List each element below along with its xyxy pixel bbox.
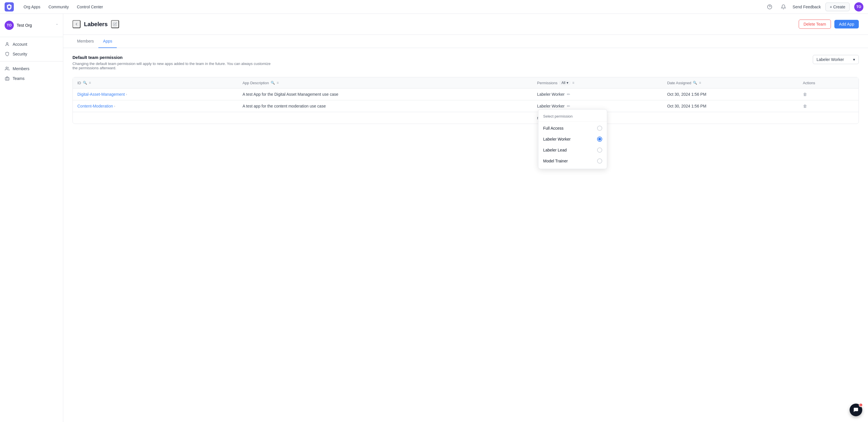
row-2-app-link[interactable]: Content-Moderation ›	[78, 104, 233, 108]
apps-table-wrapper: ID 🔍 ≡ App Description 🔍 ≡	[72, 77, 859, 124]
dropdown-option-full-access-label: Full Access	[543, 126, 563, 131]
logo[interactable]	[5, 2, 14, 11]
col-desc-filter-icon[interactable]: ≡	[277, 81, 279, 85]
top-navigation: Org Apps Community Control Center Send F…	[0, 0, 868, 14]
org-chevron-icon: ⌃	[56, 23, 58, 27]
sidebar-item-teams-label: Teams	[13, 76, 25, 81]
col-date-assigned: Date Assigned 🔍 ≡	[663, 77, 798, 89]
col-id-filter-icon[interactable]: ≡	[89, 81, 91, 85]
row-2-description-cell: A test app for the content moderation us…	[238, 100, 532, 112]
svg-point-1	[8, 6, 10, 8]
row-1-edit-permission-icon[interactable]: ✏	[567, 92, 570, 97]
row-2-date-cell: Oct 30, 2024 1:56 PM	[663, 100, 798, 112]
row-2-date: Oct 30, 2024 1:56 PM	[667, 104, 706, 108]
row-1-description: A test App for the Digital Asset Managem…	[243, 92, 338, 97]
chat-bubble-button[interactable]: 1	[849, 403, 862, 416]
sidebar-divider-2	[0, 61, 63, 62]
row-1-permission-cell: Labeler Worker ✏	[532, 89, 662, 100]
dropdown-option-full-access[interactable]: Full Access	[538, 123, 607, 134]
col-perm-filter-icon[interactable]: ≡	[572, 81, 575, 85]
row-2-id: Content-Moderation	[78, 104, 113, 108]
dropdown-option-labeler-lead[interactable]: Labeler Lead	[538, 144, 607, 156]
row-2-delete-icon[interactable]: 🗑	[803, 104, 807, 108]
dropdown-option-labeler-worker-label: Labeler Worker	[543, 137, 570, 141]
permission-select-dropdown: Select permission Full Access Labeler Wo…	[538, 109, 607, 169]
row-1-chevron-icon: ›	[126, 93, 127, 96]
row-2-description: A test app for the content moderation us…	[243, 104, 326, 108]
members-icon	[5, 66, 10, 71]
nav-org-apps[interactable]: Org Apps	[21, 3, 43, 11]
help-icon-button[interactable]	[765, 2, 774, 11]
all-filter-badge[interactable]: All ▾	[559, 80, 570, 86]
row-1-delete-icon[interactable]: 🗑	[803, 92, 807, 97]
row-1-app-link[interactable]: Digital-Asset-Management ›	[78, 92, 233, 97]
nav-community[interactable]: Community	[45, 3, 72, 11]
security-icon	[5, 52, 10, 57]
back-button[interactable]	[72, 20, 81, 28]
sidebar-item-members[interactable]: Members	[0, 64, 63, 74]
delete-team-button[interactable]: Delete Team	[799, 20, 831, 29]
partial-row-date-cell	[663, 112, 798, 124]
col-desc-search-icon[interactable]: 🔍	[271, 81, 275, 85]
row-1-id: Digital-Asset-Management	[78, 92, 125, 97]
row-1-actions-cell: 🗑	[798, 89, 859, 100]
tabs-bar: Members Apps	[63, 35, 868, 48]
sidebar-item-account[interactable]: Account	[0, 39, 63, 49]
sidebar: TO Test Org ⌃ Account Security	[0, 14, 63, 422]
permission-dropdown[interactable]: Labeler Worker ▾	[813, 55, 859, 64]
page-header: Labelers Delete Team Add App	[63, 14, 868, 35]
notification-icon-button[interactable]	[779, 2, 788, 11]
dropdown-option-model-trainer-radio	[597, 158, 602, 164]
col-date-search-icon[interactable]: 🔍	[693, 81, 697, 85]
row-1-date-cell: Oct 30, 2024 1:56 PM	[663, 89, 798, 100]
page-header-left: Labelers	[72, 20, 119, 28]
dropdown-header: Select permission	[538, 112, 607, 122]
tab-members[interactable]: Members	[72, 35, 98, 48]
col-permissions: Permissions All ▾ ≡	[532, 77, 662, 89]
col-id-label: ID	[78, 81, 81, 85]
org-selector[interactable]: TO Test Org ⌃	[0, 19, 63, 34]
col-date-filter-icon[interactable]: ≡	[699, 81, 701, 85]
table-row-partial: no n Select permission Full Access	[73, 112, 859, 124]
nav-control-center[interactable]: Control Center	[74, 3, 106, 11]
col-app-description: App Description 🔍 ≡	[238, 77, 532, 89]
org-avatar: TO	[5, 21, 14, 30]
row-2-id-cell: Content-Moderation ›	[73, 100, 238, 112]
sidebar-item-members-label: Members	[13, 66, 29, 71]
partial-row-id-cell	[73, 112, 238, 124]
default-permission-section: Default team permission Changing the def…	[72, 55, 859, 70]
col-id: ID 🔍 ≡	[73, 77, 238, 89]
dropdown-option-labeler-worker-radio	[597, 136, 602, 142]
dropdown-option-labeler-worker[interactable]: Labeler Worker	[538, 134, 607, 144]
chat-bubble-badge: 1	[859, 403, 863, 407]
add-app-button[interactable]: Add App	[834, 20, 859, 29]
dropdown-option-labeler-lead-radio	[597, 148, 602, 153]
col-date-label: Date Assigned	[667, 81, 691, 85]
row-2-edit-permission-icon[interactable]: ✏	[567, 104, 570, 108]
permission-dropdown-chevron-icon: ▾	[853, 57, 855, 62]
user-avatar[interactable]: TO	[854, 2, 863, 11]
dropdown-option-model-trainer[interactable]: Model Trainer	[538, 156, 607, 166]
create-button[interactable]: + Create	[826, 3, 849, 11]
main-layout: TO Test Org ⌃ Account Security	[0, 14, 868, 422]
table-body: Digital-Asset-Management › A test App fo…	[73, 89, 859, 124]
partial-row-desc-cell	[238, 112, 532, 124]
permission-section-title: Default team permission	[72, 55, 274, 60]
edit-title-button[interactable]	[111, 20, 119, 28]
apps-table: ID 🔍 ≡ App Description 🔍 ≡	[73, 77, 859, 124]
permission-section-description: Changing the default team permission wil…	[72, 62, 274, 70]
teams-icon	[5, 76, 10, 81]
col-actions: Actions	[798, 77, 859, 89]
dropdown-option-full-access-radio	[597, 126, 602, 131]
row-2-permission: Labeler Worker	[537, 104, 564, 108]
row-1-id-cell: Digital-Asset-Management ›	[73, 89, 238, 100]
partial-row-actions-cell	[798, 112, 859, 124]
tab-apps[interactable]: Apps	[98, 35, 117, 48]
sidebar-item-security[interactable]: Security	[0, 49, 63, 59]
send-feedback-link[interactable]: Send Feedback	[793, 5, 821, 9]
account-icon	[5, 42, 10, 47]
col-id-search-icon[interactable]: 🔍	[83, 81, 87, 85]
page-title: Labelers	[84, 21, 107, 28]
sidebar-item-teams[interactable]: Teams	[0, 74, 63, 84]
row-2-actions-cell: 🗑	[798, 100, 859, 112]
